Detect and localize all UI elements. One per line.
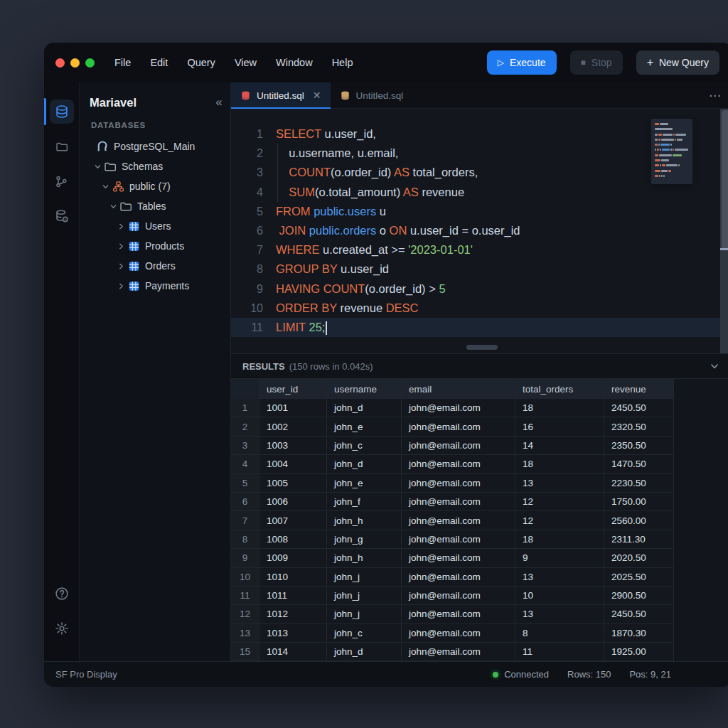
cell-revenue[interactable]: 2900.50 bbox=[604, 587, 674, 604]
table-row[interactable]: 11001john_djohn@email.com182450.50 bbox=[231, 399, 674, 417]
sql-editor[interactable]: 1SELECT u.user_id,2 u.username, u.email,… bbox=[231, 109, 728, 353]
cell-user_id[interactable]: 1014 bbox=[259, 643, 327, 660]
chevron-down-icon[interactable] bbox=[108, 203, 119, 210]
column-header-email[interactable]: email bbox=[402, 379, 515, 399]
cell-revenue[interactable]: 2450.50 bbox=[604, 605, 674, 623]
tree-item-payments[interactable]: Payments bbox=[80, 276, 230, 296]
cell-user_id[interactable]: 1001 bbox=[259, 399, 327, 417]
cell-username[interactable]: john_c bbox=[327, 437, 402, 454]
column-header-username[interactable]: username bbox=[327, 379, 402, 399]
cell-email[interactable]: john@email.com bbox=[402, 455, 515, 473]
cell-email[interactable]: john@email.com bbox=[402, 605, 515, 623]
cell-username[interactable]: john_h bbox=[327, 549, 402, 567]
rail-database-icon[interactable] bbox=[50, 100, 74, 124]
rail-database-gear-icon[interactable] bbox=[50, 204, 74, 228]
cell-revenue[interactable]: 1470.50 bbox=[604, 455, 674, 473]
cell-username[interactable]: john_d bbox=[327, 399, 402, 417]
code-line-4[interactable]: 4 SUM(o.total_amount) AS revenue bbox=[231, 183, 728, 202]
menu-file[interactable]: File bbox=[114, 57, 131, 68]
more-options-icon[interactable]: ⋯ bbox=[709, 82, 722, 108]
cell-revenue[interactable]: 2560.00 bbox=[604, 511, 674, 529]
table-row[interactable]: 131013john_cjohn@email.com81870.30 bbox=[231, 624, 674, 643]
cell-revenue[interactable]: 1750.00 bbox=[604, 493, 674, 510]
cell-user_id[interactable]: 1005 bbox=[259, 474, 327, 492]
cell-user_id[interactable]: 1008 bbox=[259, 530, 327, 548]
cell-total_orders[interactable]: 13 bbox=[515, 568, 604, 586]
chevron-right-icon[interactable] bbox=[116, 263, 127, 269]
table-row[interactable]: 61006john_fjohn@email.com121750.00 bbox=[231, 493, 674, 511]
cell-total_orders[interactable]: 10 bbox=[515, 587, 604, 604]
cell-total_orders[interactable]: 11 bbox=[515, 643, 604, 660]
cell-revenue[interactable]: 1870.30 bbox=[604, 624, 674, 642]
rail-settings-gear-icon[interactable] bbox=[50, 616, 74, 641]
code-line-5[interactable]: 5FROM public.users u bbox=[231, 202, 728, 221]
cell-total_orders[interactable]: 9 bbox=[515, 549, 604, 567]
tree-item-tables[interactable]: Tables bbox=[80, 196, 230, 216]
tree-item-products[interactable]: Products bbox=[80, 236, 230, 256]
menu-query[interactable]: Query bbox=[187, 57, 215, 68]
cell-revenue[interactable]: 2020.50 bbox=[604, 549, 674, 567]
menu-edit[interactable]: Edit bbox=[150, 57, 168, 68]
cell-user_id[interactable]: 1010 bbox=[259, 568, 327, 586]
column-header-total_orders[interactable]: total_orders bbox=[515, 379, 604, 399]
cell-email[interactable]: john@email.com bbox=[402, 399, 515, 417]
cell-email[interactable]: john@email.com bbox=[402, 643, 515, 660]
table-row[interactable]: 91009john_hjohn@email.com92020.50 bbox=[231, 549, 674, 567]
column-header-user_id[interactable]: user_id bbox=[259, 379, 327, 399]
panel-resize-handle[interactable] bbox=[466, 345, 498, 350]
cell-revenue[interactable]: 2311.30 bbox=[604, 530, 674, 548]
table-row[interactable]: 151014john_djohn@email.com111925.00 bbox=[231, 643, 674, 661]
table-row[interactable]: 51005john_ejohn@email.com132230.50 bbox=[231, 474, 674, 493]
close-tab-icon[interactable]: ✕ bbox=[313, 90, 321, 101]
cell-user_id[interactable]: 1002 bbox=[259, 417, 327, 435]
tree-item-postgresql-main[interactable]: PostgreSQL_Main bbox=[80, 136, 230, 156]
cell-total_orders[interactable]: 13 bbox=[515, 474, 604, 492]
cell-user_id[interactable]: 1012 bbox=[259, 605, 327, 623]
new-query-button[interactable]: + New Query bbox=[636, 50, 719, 75]
cell-email[interactable]: john@email.com bbox=[402, 568, 515, 586]
chevron-right-icon[interactable] bbox=[116, 243, 127, 250]
cell-email[interactable]: john@email.com bbox=[402, 493, 515, 510]
cell-revenue[interactable]: 2230.50 bbox=[604, 474, 674, 492]
cell-email[interactable]: john@email.com bbox=[402, 474, 515, 492]
table-row[interactable]: 41004john_djohn@email.com181470.50 bbox=[231, 455, 674, 473]
chevron-down-icon[interactable] bbox=[92, 164, 103, 170]
table-row[interactable]: 71007john_hjohn@email.com122560.00 bbox=[231, 511, 674, 530]
rail-help-icon[interactable] bbox=[50, 582, 74, 606]
cell-total_orders[interactable]: 13 bbox=[515, 605, 604, 623]
chevron-down-icon[interactable] bbox=[100, 183, 111, 190]
cell-email[interactable]: john@email.com bbox=[402, 549, 515, 567]
code-line-8[interactable]: 8GROUP BY u.user_id bbox=[231, 259, 728, 279]
cell-total_orders[interactable]: 12 bbox=[515, 493, 604, 510]
cell-revenue[interactable]: 2320.50 bbox=[604, 417, 674, 435]
chevron-down-icon[interactable] bbox=[710, 361, 719, 371]
cell-username[interactable]: john_e bbox=[327, 417, 402, 435]
column-header-revenue[interactable]: revenue bbox=[604, 379, 674, 399]
editor-scrollbar[interactable] bbox=[720, 109, 728, 353]
menu-view[interactable]: View bbox=[235, 57, 257, 68]
cell-email[interactable]: john@email.com bbox=[402, 417, 515, 435]
tab-untitled-sql-1[interactable]: Untitled.sql bbox=[331, 82, 413, 108]
cell-user_id[interactable]: 1011 bbox=[259, 587, 327, 604]
table-row[interactable]: 101010john_jjohn@email.com132025.50 bbox=[231, 568, 674, 587]
cell-email[interactable]: john@email.com bbox=[402, 511, 515, 529]
cell-email[interactable]: john@email.com bbox=[402, 530, 515, 548]
cell-username[interactable]: john_h bbox=[327, 511, 402, 529]
double-chevron-left-icon[interactable]: « bbox=[215, 95, 220, 109]
cell-username[interactable]: john_c bbox=[327, 624, 402, 642]
cell-username[interactable]: john_f bbox=[327, 493, 402, 510]
cell-email[interactable]: john@email.com bbox=[402, 624, 515, 642]
code-line-11[interactable]: 11LIMIT 25; bbox=[231, 318, 728, 337]
cell-total_orders[interactable]: 18 bbox=[515, 399, 604, 417]
cell-username[interactable]: john_j bbox=[327, 568, 402, 586]
cell-user_id[interactable]: 1007 bbox=[259, 511, 327, 529]
table-row[interactable]: 81008john_gjohn@email.com182311.30 bbox=[231, 530, 674, 549]
code-line-9[interactable]: 9HAVING COUNT(o.order_id) > 5 bbox=[231, 279, 728, 299]
cell-revenue[interactable]: 2450.50 bbox=[604, 399, 674, 417]
chevron-right-icon[interactable] bbox=[116, 223, 127, 230]
cell-username[interactable]: john_j bbox=[327, 605, 402, 623]
cell-revenue[interactable]: 1925.00 bbox=[604, 643, 674, 660]
menu-help[interactable]: Help bbox=[332, 57, 353, 68]
cell-revenue[interactable]: 2025.50 bbox=[604, 568, 674, 586]
code-line-6[interactable]: 6 JOIN public.orders o ON u.user_id = o.… bbox=[231, 221, 728, 240]
